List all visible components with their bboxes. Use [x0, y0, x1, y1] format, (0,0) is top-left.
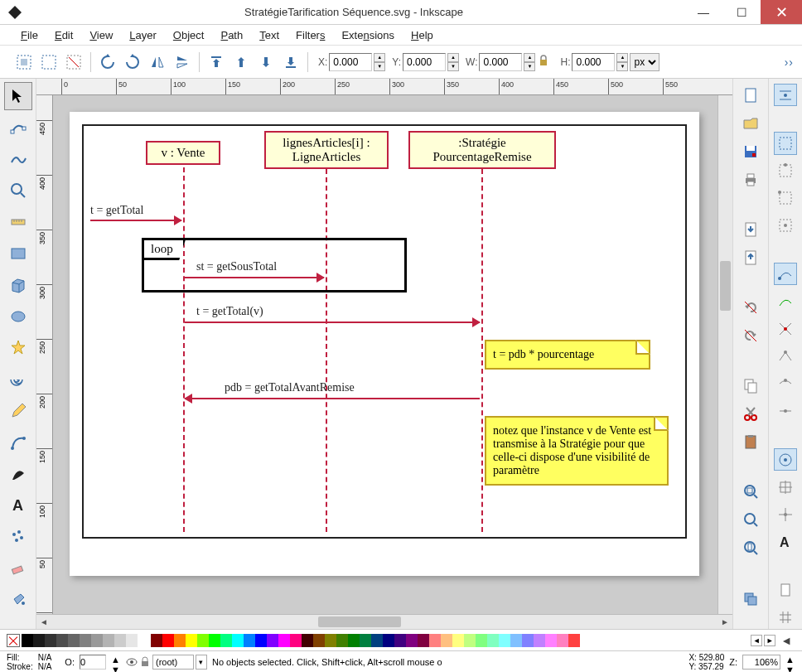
vertical-scrollbar[interactable] [717, 95, 732, 614]
color-swatch[interactable] [45, 634, 56, 647]
color-swatch[interactable] [452, 634, 464, 647]
color-swatch[interactable] [80, 634, 91, 647]
unit-select[interactable]: px [630, 53, 659, 71]
flip-horizontal-icon[interactable] [147, 52, 167, 72]
color-swatch[interactable] [545, 634, 557, 647]
node-tool-icon[interactable] [4, 114, 32, 142]
color-swatch[interactable] [336, 634, 348, 647]
export-icon[interactable] [739, 246, 762, 269]
redo-icon[interactable] [739, 324, 762, 347]
snap-enable-icon[interactable] [774, 84, 797, 106]
opacity-spinner[interactable]: ▲▼ [111, 655, 121, 670]
opacity-input[interactable] [80, 655, 106, 670]
snap-text-icon[interactable]: A [774, 530, 797, 553]
color-swatch[interactable] [114, 634, 126, 647]
select-all-icon[interactable] [39, 52, 59, 72]
snap-page-icon[interactable] [774, 579, 797, 602]
menu-view[interactable]: View [81, 27, 121, 44]
scroll-left-icon[interactable]: ◄ [36, 617, 51, 626]
snap-node-icon[interactable] [774, 263, 797, 285]
snap-path-icon[interactable] [774, 290, 797, 312]
color-swatch[interactable] [56, 634, 68, 647]
palette-scroll-left-icon[interactable]: ◄ [751, 635, 762, 646]
color-swatch[interactable] [371, 634, 383, 647]
snap-intersection-icon[interactable] [774, 317, 797, 340]
palette-menu-icon[interactable]: ◄ [777, 634, 795, 647]
snap-bbox-edge-icon[interactable] [774, 160, 797, 182]
snap-bbox-corner-icon[interactable] [774, 187, 797, 210]
snap-grid-icon[interactable] [774, 607, 797, 629]
menu-extensions[interactable]: Extensions [333, 27, 403, 44]
y-spinner[interactable]: ▲▼ [447, 53, 459, 71]
tweak-tool-icon[interactable] [4, 145, 32, 173]
zoom-spinner[interactable]: ▲▼ [785, 655, 795, 670]
minimize-button[interactable]: — [684, 0, 722, 24]
color-swatch[interactable] [162, 634, 174, 647]
rotate-cw-icon[interactable] [123, 52, 143, 72]
color-swatch[interactable] [522, 634, 534, 647]
color-swatch[interactable] [174, 634, 186, 647]
snap-others-icon[interactable] [774, 448, 797, 471]
select-all-layers-icon[interactable] [14, 52, 34, 72]
snap-rotation-icon[interactable] [774, 503, 797, 525]
h-spinner[interactable]: ▲▼ [616, 53, 628, 71]
layer-visibility-icon[interactable] [126, 656, 138, 668]
color-swatch[interactable] [383, 634, 394, 647]
color-swatch[interactable] [557, 634, 568, 647]
lock-aspect-icon[interactable] [537, 54, 553, 70]
color-swatch[interactable] [476, 634, 487, 647]
zoom-fit-icon[interactable] [739, 480, 762, 503]
zoom-input[interactable] [742, 655, 780, 670]
color-swatch[interactable] [151, 634, 162, 647]
snap-smooth-icon[interactable] [774, 373, 797, 395]
color-swatch[interactable] [394, 634, 406, 647]
rotate-ccw-icon[interactable] [98, 52, 118, 72]
color-swatch[interactable] [429, 634, 441, 647]
bezier-tool-icon[interactable] [4, 428, 32, 457]
color-swatch[interactable] [313, 634, 325, 647]
duplicate-icon[interactable] [739, 586, 762, 609]
pencil-tool-icon[interactable] [4, 397, 32, 425]
color-swatch[interactable] [126, 634, 138, 647]
color-swatch[interactable] [138, 634, 149, 647]
color-swatch[interactable] [278, 634, 290, 647]
snap-bbox-icon[interactable] [774, 132, 797, 154]
menu-object[interactable]: Object [165, 27, 213, 44]
menu-help[interactable]: Help [403, 27, 442, 44]
color-swatch[interactable] [255, 634, 267, 647]
color-swatch[interactable] [267, 634, 278, 647]
color-swatch[interactable] [33, 634, 45, 647]
measure-tool-icon[interactable] [4, 208, 32, 236]
raise-top-icon[interactable] [206, 52, 226, 72]
w-input[interactable] [479, 53, 522, 71]
w-spinner[interactable]: ▲▼ [524, 53, 535, 71]
zoom-tool-icon[interactable] [4, 176, 32, 205]
flip-vertical-icon[interactable] [172, 52, 192, 72]
snap-line-mid-icon[interactable] [774, 400, 797, 423]
scroll-right-icon[interactable]: ► [717, 617, 732, 626]
palette-scroll-right-icon[interactable]: ► [764, 635, 775, 646]
zoom-page-icon[interactable] [739, 536, 762, 559]
color-swatch[interactable] [91, 634, 103, 647]
box-tool-icon[interactable] [4, 271, 32, 299]
undo-icon[interactable] [739, 296, 762, 319]
open-icon[interactable] [739, 112, 762, 135]
color-swatch[interactable] [499, 634, 510, 647]
color-swatch[interactable] [68, 634, 80, 647]
menu-text[interactable]: Text [251, 27, 287, 44]
spiral-tool-icon[interactable] [4, 365, 32, 394]
paste-icon[interactable] [739, 430, 762, 453]
canvas-viewport[interactable]: v : Vente lignesArticles[i] : LigneArtic… [53, 95, 717, 614]
cut-icon[interactable] [739, 402, 762, 425]
selector-tool-icon[interactable] [4, 82, 32, 110]
snap-cusp-icon[interactable] [774, 346, 797, 368]
layer-dropdown-icon[interactable]: ▾ [196, 655, 207, 670]
save-icon[interactable] [739, 140, 762, 163]
y-input[interactable] [403, 53, 446, 71]
ellipse-tool-icon[interactable] [4, 302, 32, 331]
print-icon[interactable] [739, 168, 762, 191]
snap-bbox-midpoint-icon[interactable] [774, 215, 797, 237]
horizontal-scrollbar[interactable]: ◄ ► [36, 614, 732, 629]
close-button[interactable]: ✕ [761, 0, 802, 24]
color-swatch[interactable] [441, 634, 452, 647]
